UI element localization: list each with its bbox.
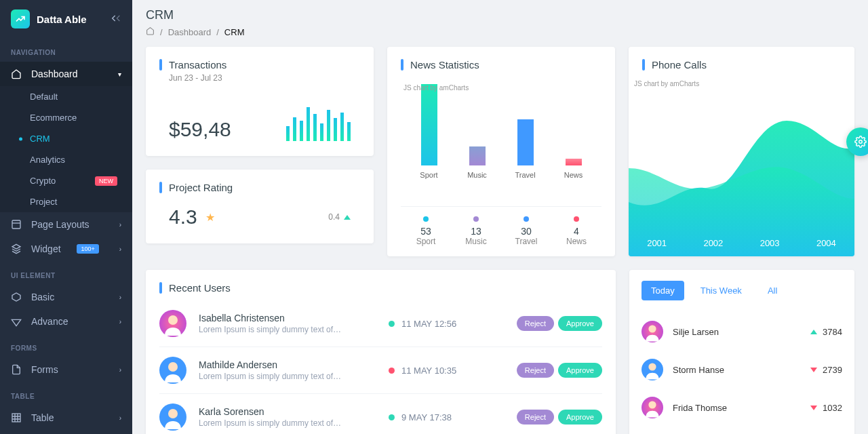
list-item: Storm Hanse 2739 bbox=[642, 351, 842, 389]
svg-point-3 bbox=[168, 315, 178, 325]
chart-credit[interactable]: JS chart by amCharts bbox=[403, 84, 469, 92]
user-desc: Lorem Ipsum is simply dummy text of… bbox=[199, 418, 389, 428]
chevron-right-icon: › bbox=[119, 221, 121, 229]
nav-section-ui: UI ELEMENT bbox=[0, 261, 132, 285]
sidebar-item-project[interactable]: Project bbox=[0, 191, 132, 212]
reject-button[interactable]: Reject bbox=[517, 410, 554, 425]
sidebar-item-crypto[interactable]: Crypto NEW bbox=[0, 170, 132, 191]
badge-new: NEW bbox=[95, 176, 117, 186]
svg-point-16 bbox=[859, 140, 863, 144]
nav-page-layouts[interactable]: Page Layouts › bbox=[0, 212, 132, 237]
card-news-statistics: News Statistics JS chart by amCharts Spo… bbox=[387, 47, 615, 256]
phone-years: 2001200220032004 bbox=[629, 238, 854, 248]
svg-point-5 bbox=[168, 362, 178, 372]
home-icon bbox=[11, 68, 23, 79]
sidebar-item-analytics[interactable]: Analytics bbox=[0, 149, 132, 170]
svg-point-11 bbox=[648, 363, 656, 370]
approve-button[interactable]: Approve bbox=[558, 410, 602, 425]
brand-logo[interactable] bbox=[11, 9, 30, 28]
home-icon[interactable] bbox=[146, 26, 155, 37]
chevron-right-icon: › bbox=[119, 294, 121, 301]
avatar[interactable] bbox=[159, 357, 186, 384]
chevron-right-icon: › bbox=[119, 318, 121, 326]
sidebar-item-crm[interactable]: CRM bbox=[0, 128, 132, 149]
user-name: Storm Hanse bbox=[673, 365, 801, 375]
nav-table[interactable]: Table› bbox=[0, 406, 132, 430]
nav-dashboard[interactable]: Dashboard ▾ bbox=[0, 62, 132, 86]
avatar[interactable] bbox=[642, 321, 663, 342]
card-title: News Statistics bbox=[401, 59, 601, 71]
avatar[interactable] bbox=[642, 359, 663, 380]
caret-down-icon bbox=[810, 406, 817, 410]
chevron-down-icon: ▾ bbox=[118, 71, 121, 78]
tab-all[interactable]: All bbox=[758, 281, 787, 300]
user-score: 1032 bbox=[823, 403, 842, 413]
card-transactions: Transactions Jun 23 - Jul 23 $59,48 bbox=[146, 47, 374, 156]
list-item: Silje Larsen 8750 bbox=[642, 427, 842, 434]
user-score: 3784 bbox=[823, 327, 842, 337]
nav-section-navigation: NAVIGATION bbox=[0, 38, 132, 62]
main-content: CRM / Dashboard / CRM Transactions Jun 2… bbox=[132, 0, 868, 434]
avatar[interactable] bbox=[159, 310, 186, 337]
nav-section-table: TABLE bbox=[0, 382, 132, 406]
news-bar-news: News bbox=[553, 159, 594, 179]
table-row: Mathilde Andersen Lorem Ipsum is simply … bbox=[159, 347, 602, 393]
nav-basic[interactable]: Basic› bbox=[0, 285, 132, 309]
svg-point-7 bbox=[168, 409, 178, 418]
user-name: Isabella Christensen bbox=[199, 313, 389, 323]
card-title: Phone Calls bbox=[642, 59, 854, 71]
sidebar: Datta Able NAVIGATION Dashboard ▾ Defaul… bbox=[0, 0, 132, 434]
svg-point-9 bbox=[648, 325, 656, 332]
approve-button[interactable]: Approve bbox=[558, 363, 602, 378]
avatar[interactable] bbox=[159, 403, 186, 431]
card-title: Project Rating bbox=[159, 182, 360, 193]
news-stat-sport: 53 Sport bbox=[401, 207, 451, 256]
badge-100: 100+ bbox=[77, 244, 98, 254]
sidebar-collapse-icon[interactable] bbox=[111, 13, 121, 26]
avatar[interactable] bbox=[642, 397, 663, 418]
caret-up-icon bbox=[810, 330, 817, 334]
brand-name: Datta Able bbox=[37, 14, 111, 25]
approve-button[interactable]: Approve bbox=[558, 316, 602, 331]
dashboard-subitems: Default Ecommerce CRM Analytics Crypto N… bbox=[0, 86, 132, 212]
news-stat-music: 13 Music bbox=[451, 207, 501, 256]
table-row: Isabella Christensen Lorem Ipsum is simp… bbox=[159, 300, 602, 347]
reject-button[interactable]: Reject bbox=[517, 363, 554, 378]
gitlab-icon bbox=[11, 316, 23, 327]
list-item: Silje Larsen 3784 bbox=[642, 313, 842, 351]
sidebar-item-ecommerce[interactable]: Ecommerce bbox=[0, 107, 132, 128]
layers-icon bbox=[11, 243, 23, 254]
phone-area-chart: JS chart by amCharts 2001200220032004 bbox=[629, 80, 854, 256]
user-name: Karla Sorensen bbox=[199, 406, 389, 417]
chart-credit[interactable]: JS chart by amCharts bbox=[634, 80, 699, 87]
status-dot-icon bbox=[389, 368, 395, 374]
nav-forms[interactable]: Forms› bbox=[0, 357, 132, 382]
nav-advance[interactable]: Advance› bbox=[0, 309, 132, 334]
user-timestamp: 11 MAY 12:56 bbox=[389, 319, 497, 329]
tab-this-week[interactable]: This Week bbox=[691, 281, 751, 300]
tab-today[interactable]: Today bbox=[642, 281, 684, 300]
news-bar-sport: Sport bbox=[409, 84, 450, 179]
breadcrumb-dashboard[interactable]: Dashboard bbox=[168, 27, 212, 37]
news-stat-news: 4 News bbox=[551, 207, 601, 256]
nav-label: Dashboard bbox=[31, 68, 78, 79]
card-leaderboard: Today This Week All Silje Larsen 3784 St… bbox=[629, 270, 854, 434]
card-phone-calls: Phone Calls JS chart by amCharts 2001200… bbox=[629, 47, 854, 256]
chevron-right-icon: › bbox=[119, 245, 121, 253]
page-title: CRM bbox=[146, 8, 854, 22]
page-header: CRM / Dashboard / CRM bbox=[146, 8, 854, 37]
news-bar-travel: Travel bbox=[505, 119, 546, 179]
reject-button[interactable]: Reject bbox=[517, 316, 554, 331]
trans-sparkline bbox=[286, 103, 351, 141]
table-row: Karla Sorensen Lorem Ipsum is simply dum… bbox=[159, 393, 602, 434]
card-title: Transactions bbox=[159, 59, 360, 71]
sidebar-item-default[interactable]: Default bbox=[0, 86, 132, 107]
list-item: Frida Thomse 1032 bbox=[642, 389, 842, 427]
card-recent-users: Recent Users Isabella Christensen Lorem … bbox=[146, 270, 616, 434]
user-name: Silje Larsen bbox=[673, 327, 801, 337]
nav-widget[interactable]: Widget 100+ › bbox=[0, 237, 132, 261]
user-name: Mathilde Andersen bbox=[199, 359, 389, 370]
user-score: 2739 bbox=[823, 365, 842, 375]
caret-up-icon bbox=[344, 215, 351, 220]
table-icon bbox=[11, 412, 23, 423]
